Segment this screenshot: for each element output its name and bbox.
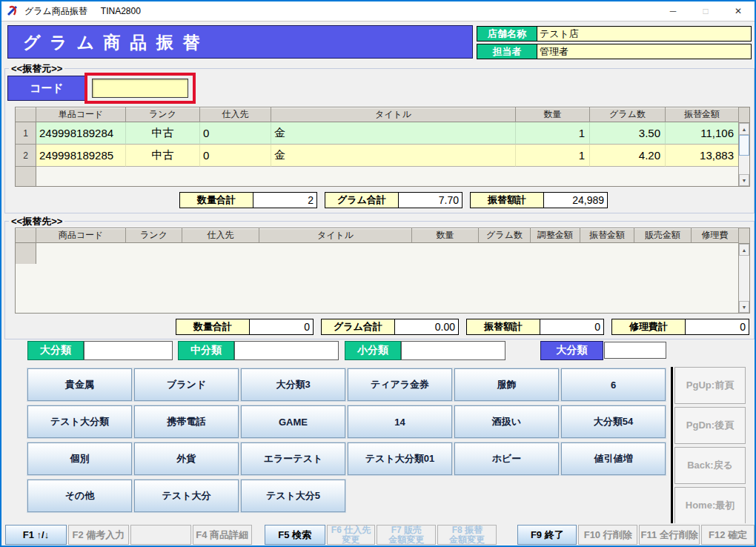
category-button[interactable]: 6 (561, 368, 666, 401)
col-supplier: 仕入先 (200, 107, 271, 122)
minor-category-input[interactable] (401, 341, 505, 360)
gram-total-value: 0.00 (395, 319, 459, 335)
amount-total-label: 振替額計 (470, 192, 544, 208)
col-title: タイトル (271, 107, 516, 122)
dest-section-label: <<振替先>> (9, 215, 64, 228)
f6-button[interactable]: F6 仕入先 変更 (327, 525, 376, 545)
qty-total-label: 数量合計 (179, 192, 253, 208)
category-button[interactable]: GAME (241, 405, 345, 438)
back-button[interactable]: Back:戻る (674, 447, 746, 484)
col-rank: ランク (126, 107, 200, 122)
highlight-red-box (84, 73, 196, 104)
col-adjust-amount: 調整金額 (531, 228, 580, 243)
scroll-up-icon[interactable]: ▲ (739, 123, 749, 135)
col-supplier: 仕入先 (182, 228, 259, 243)
repair-total-value: 0 (686, 319, 749, 335)
category-button[interactable]: 外貨 (134, 442, 239, 475)
col-rank: ランク (126, 228, 182, 243)
category-button[interactable]: 大分類54 (561, 405, 666, 438)
source-table: 単品コード ランク 仕入先 タイトル 数量 グラム数 振替金額 1 249998… (15, 107, 750, 187)
gram-total-label: グラム合計 (321, 319, 395, 335)
qty-total-value: 2 (253, 192, 317, 208)
category-button[interactable]: 14 (348, 405, 452, 438)
right-major-category-input[interactable] (604, 342, 666, 359)
scroll-down-icon[interactable]: ▼ (739, 301, 749, 313)
category-button[interactable]: 酒扱い (454, 405, 559, 438)
source-table-header: 単品コード ランク 仕入先 タイトル 数量 グラム数 振替金額 (16, 107, 738, 122)
dest-table-header: 商品コード ランク 仕入先 タイトル 数量 グラム数 調整金額 振替金額 販売金… (16, 228, 738, 243)
f8-button[interactable]: F8 振替 金額変更 (437, 525, 497, 545)
page-title: グラム商品振替 (7, 25, 473, 59)
window-title-code: TINA2800 (101, 6, 141, 16)
f4-button[interactable]: F4 商品詳細 (193, 525, 252, 545)
category-button[interactable]: 値引値増 (561, 442, 666, 475)
category-button[interactable]: 携帯電話 (134, 405, 239, 438)
category-button[interactable]: ホビー (454, 442, 559, 475)
col-qty: 数量 (516, 107, 590, 122)
function-key-bar: F1 ↑/↓ F2 備考入力 F4 商品詳細 F5 検索 F6 仕入先 変更 F… (1, 523, 755, 546)
major-category-label: 大分類 (27, 341, 84, 360)
col-transfer-amount: 振替金額 (580, 228, 634, 243)
f1-button[interactable]: F1 ↑/↓ (5, 525, 67, 545)
minimize-icon[interactable]: ─ (657, 1, 689, 21)
gram-total-value: 7.70 (399, 192, 462, 208)
col-rownum (16, 107, 36, 122)
middle-category-input[interactable] (234, 341, 339, 360)
f7-button[interactable]: F7 販売 金額変更 (377, 525, 436, 545)
col-title: タイトル (259, 228, 412, 243)
code-label: コード (7, 76, 86, 101)
f3-button[interactable] (130, 525, 191, 545)
dest-table-scrollbar[interactable]: ▲ ▼ (738, 228, 749, 313)
category-button[interactable]: ブランド (134, 368, 239, 401)
pgup-button[interactable]: PgUp:前頁 (674, 367, 746, 404)
scroll-up-icon[interactable]: ▲ (739, 244, 749, 256)
category-button[interactable]: 大分類3 (241, 368, 345, 401)
col-qty: 数量 (412, 228, 479, 243)
col-item-code: 単品コード (36, 107, 126, 122)
category-button[interactable]: テスト大分類 (27, 405, 132, 438)
source-section-label: <<振替元>> (9, 62, 64, 76)
staff-value: 管理者 (537, 44, 751, 59)
home-button[interactable]: Home:最初 (674, 487, 746, 524)
f12-button[interactable]: F12 確定 (701, 525, 755, 545)
amount-total-value: 24,989 (544, 192, 608, 208)
col-grams: グラム数 (590, 107, 666, 122)
source-table-scrollbar[interactable]: ▲ ▼ (738, 107, 749, 186)
amount-total-label: 振替額計 (466, 319, 540, 335)
category-button[interactable]: その他 (27, 480, 132, 512)
f9-button[interactable]: F9 終了 (517, 525, 577, 545)
f10-button[interactable]: F10 行削除 (578, 525, 637, 545)
col-repair-fee: 修理費 (692, 228, 738, 243)
store-value: テスト店 (537, 27, 751, 41)
maximize-icon[interactable]: □ (689, 1, 722, 21)
right-major-category-label: 大分類 (540, 341, 603, 360)
pgdn-button[interactable]: PgDn:後頁 (674, 407, 746, 444)
scroll-thumb[interactable] (739, 135, 749, 156)
scroll-down-icon[interactable]: ▼ (739, 174, 749, 186)
category-button[interactable]: 個別 (27, 442, 132, 475)
major-category-input[interactable] (84, 341, 173, 360)
source-totals: 数量合計 2 グラム合計 7.70 振替額計 24,989 (179, 192, 615, 208)
table-row[interactable]: 1 249998189284 中古 0 金 1 3.50 11,106 (16, 122, 738, 145)
category-button[interactable]: テスト大分 (134, 480, 239, 512)
window-title: グラム商品振替 (24, 5, 87, 18)
code-input[interactable] (92, 79, 188, 98)
category-button[interactable]: 服飾 (454, 368, 559, 401)
category-button[interactable]: ティアラ金券 (348, 368, 452, 401)
category-button[interactable]: テスト大分類01 (348, 442, 452, 475)
f11-button[interactable]: F11 全行削除 (639, 525, 700, 545)
f2-button[interactable]: F2 備考入力 (68, 525, 129, 545)
category-button[interactable]: エラーテスト (241, 442, 345, 475)
category-button[interactable]: 貴金属 (27, 368, 132, 401)
table-row[interactable]: 2 249998189285 中古 0 金 1 4.20 13,883 (16, 145, 738, 167)
close-icon[interactable]: ✕ (722, 1, 755, 21)
f5-button[interactable]: F5 検索 (265, 525, 325, 545)
repair-total-label: 修理費計 (611, 319, 686, 335)
col-amount: 振替金額 (666, 107, 738, 122)
dest-totals: 数量合計 0 グラム合計 0.00 振替額計 0 修理費計 0 (176, 319, 756, 335)
app-window: グラム商品振替 TINA2800 ─ □ ✕ グラム商品振替 店舗名称 テスト店… (0, 0, 756, 547)
table-row-empty (16, 243, 738, 264)
category-button[interactable]: テスト大分5 (241, 480, 345, 512)
category-button-grid: 貴金属 ブランド 大分類3 ティアラ金券 服飾 6 テスト大分類 携帯電話 GA… (27, 368, 666, 512)
store-label: 店舗名称 (477, 27, 537, 41)
